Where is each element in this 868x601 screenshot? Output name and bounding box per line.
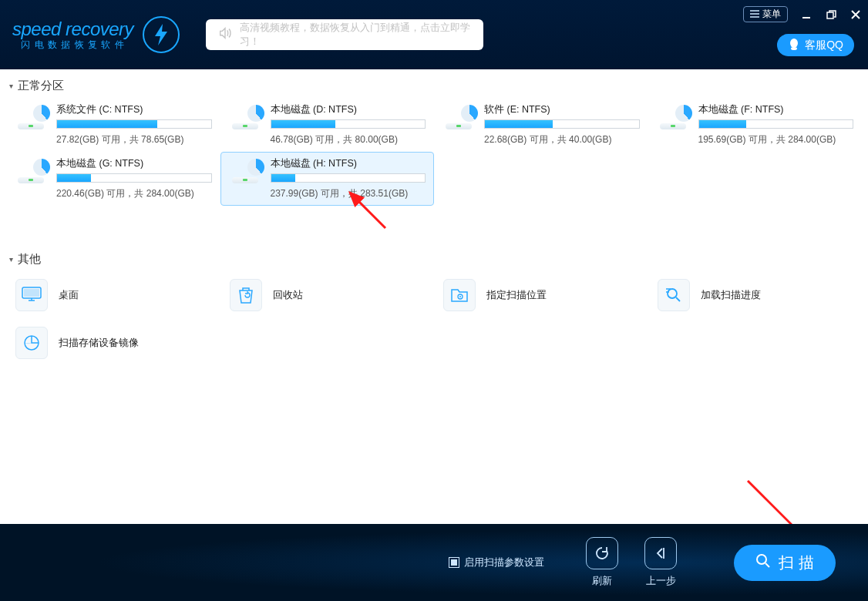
back-icon <box>644 537 677 569</box>
chevron-down-icon: ▾ <box>9 82 13 90</box>
partitions-section-header[interactable]: ▾ 正常分区 <box>6 74 862 98</box>
target-icon <box>443 279 476 311</box>
partitions-grid: 系统文件 (C: NTFS)27.82(GB) 可用，共 78.65(GB)本地… <box>6 98 862 206</box>
partition-info: 195.69(GB) 可用，共 284.00(GB) <box>698 133 854 146</box>
scan-params-checkbox[interactable]: 启用扫描参数设置 <box>449 556 544 569</box>
tutorial-banner[interactable]: 高清视频教程，数据恢复从入门到精通，点击立即学习！ <box>206 19 483 50</box>
other-item-label: 扫描存储设备镜像 <box>59 336 139 350</box>
app-logo: speed recovery 闪 电 数 据 恢 复 软 件 <box>12 16 180 53</box>
partition-info: 220.46(GB) 可用，共 284.00(GB) <box>56 187 212 200</box>
svg-point-7 <box>668 289 677 298</box>
usage-bar <box>56 173 212 183</box>
usage-bar <box>56 119 212 129</box>
title-bar: speed recovery 闪 电 数 据 恢 复 软 件 高清视频教程，数据… <box>0 0 868 69</box>
usage-bar <box>698 119 854 129</box>
disk-icon <box>657 106 691 129</box>
other-item-label: 桌面 <box>59 288 79 302</box>
speaker-icon <box>218 26 232 43</box>
partition-info: 27.82(GB) 可用，共 78.65(GB) <box>56 133 212 146</box>
logo-main-text: speed recovery <box>12 18 133 40</box>
qq-label: 客服QQ <box>805 39 843 52</box>
other-item[interactable]: 扫描存储设备镜像 <box>6 319 220 367</box>
svg-point-12 <box>757 555 766 564</box>
svg-rect-11 <box>451 559 457 566</box>
other-grid: 桌面回收站指定扫描位置加载扫描进度扫描存储设备镜像 <box>6 271 862 367</box>
banner-text: 高清视频教程，数据恢复从入门到精通，点击立即学习！ <box>240 21 471 49</box>
recycle-icon <box>230 279 262 311</box>
partition-info: 46.78(GB) 可用，共 80.00(GB) <box>271 133 426 146</box>
partition-title: 系统文件 (C: NTFS) <box>56 103 212 116</box>
partition-title: 本地磁盘 (F: NTFS) <box>698 103 854 116</box>
partition-title: 本地磁盘 (G: NTFS) <box>56 157 212 170</box>
disk-icon <box>229 106 263 129</box>
pie-icon <box>15 327 48 359</box>
refresh-button[interactable]: 刷新 <box>586 537 618 588</box>
chevron-down-icon: ▾ <box>9 255 13 264</box>
other-item[interactable]: 指定扫描位置 <box>434 271 648 319</box>
partition-item[interactable]: 软件 (E: NTFS)22.68(GB) 可用，共 40.00(GB) <box>434 98 648 152</box>
logo-sub-text: 闪 电 数 据 恢 复 软 件 <box>12 39 133 52</box>
desktop-icon <box>15 279 48 311</box>
checkbox-icon <box>449 557 459 568</box>
svg-rect-0 <box>827 12 833 18</box>
partition-title: 本地磁盘 (H: NTFS) <box>271 157 426 170</box>
partition-item[interactable]: 本地磁盘 (D: NTFS)46.78(GB) 可用，共 80.00(GB) <box>220 98 435 152</box>
partition-title: 本地磁盘 (D: NTFS) <box>271 103 426 116</box>
menu-label: 菜单 <box>762 8 781 21</box>
search-icon <box>755 553 771 572</box>
close-button[interactable] <box>849 8 862 21</box>
customer-service-button[interactable]: 客服QQ <box>777 34 854 56</box>
scan-button[interactable]: 扫 描 <box>734 545 836 581</box>
menu-icon <box>750 9 759 20</box>
search-icon <box>658 279 690 311</box>
usage-bar <box>271 119 426 129</box>
bolt-icon <box>143 16 180 53</box>
refresh-label: 刷新 <box>592 574 612 588</box>
main-panel: ▾ 正常分区 系统文件 (C: NTFS)27.82(GB) 可用，共 78.6… <box>0 69 868 371</box>
scan-params-label: 启用扫描参数设置 <box>464 556 544 569</box>
other-item-label: 指定扫描位置 <box>486 288 547 302</box>
other-item[interactable]: 回收站 <box>220 271 435 319</box>
disk-icon <box>15 160 49 183</box>
partition-item[interactable]: 本地磁盘 (G: NTFS)220.46(GB) 可用，共 284.00(GB) <box>6 152 220 206</box>
other-item[interactable]: 加载扫描进度 <box>648 271 863 319</box>
other-title: 其他 <box>18 252 41 267</box>
partition-title: 软件 (E: NTFS) <box>484 103 640 116</box>
svg-point-6 <box>459 296 461 297</box>
menu-button[interactable]: 菜单 <box>743 6 788 22</box>
other-item[interactable]: 桌面 <box>6 271 220 319</box>
partition-item[interactable]: 本地磁盘 (F: NTFS)195.69(GB) 可用，共 284.00(GB) <box>648 98 863 152</box>
minimize-button[interactable] <box>800 8 812 21</box>
disk-icon <box>442 106 476 129</box>
svg-rect-4 <box>24 289 39 297</box>
refresh-icon <box>586 537 618 569</box>
svg-point-1 <box>790 39 798 48</box>
svg-point-2 <box>791 47 797 50</box>
disk-icon <box>229 160 263 183</box>
usage-bar <box>484 119 640 129</box>
partition-info: 22.68(GB) 可用，共 40.00(GB) <box>484 133 640 146</box>
other-item-label: 加载扫描进度 <box>701 288 761 302</box>
qq-icon <box>788 38 800 52</box>
other-section-header[interactable]: ▾ 其他 <box>6 247 862 271</box>
scan-label: 扫 描 <box>779 552 814 573</box>
back-label: 上一步 <box>646 574 676 588</box>
back-button[interactable]: 上一步 <box>644 537 677 588</box>
partition-info: 237.99(GB) 可用，共 283.51(GB) <box>271 187 426 200</box>
disk-icon <box>15 106 49 129</box>
partition-item[interactable]: 本地磁盘 (H: NTFS)237.99(GB) 可用，共 283.51(GB) <box>220 152 435 206</box>
footer-bar: 启用扫描参数设置 刷新 上一步 扫 描 <box>0 524 868 601</box>
maximize-button[interactable] <box>825 8 837 21</box>
partitions-title: 正常分区 <box>18 79 64 93</box>
usage-bar <box>271 173 426 183</box>
partition-item[interactable]: 系统文件 (C: NTFS)27.82(GB) 可用，共 78.65(GB) <box>6 98 220 152</box>
other-item-label: 回收站 <box>273 288 303 302</box>
